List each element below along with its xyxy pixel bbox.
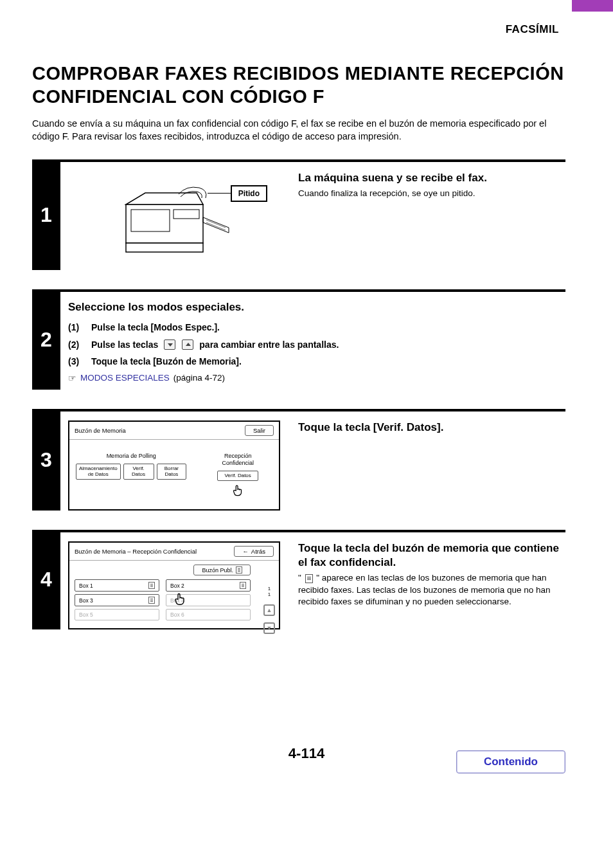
step-border <box>60 409 68 511</box>
back-label: Atrás <box>251 548 265 555</box>
screen-exit-button[interactable]: Salir <box>245 425 274 436</box>
list-text: Pulse la tecla [Modos Espec.]. <box>91 319 220 336</box>
step-border <box>60 289 68 390</box>
printer-illustration: Pitido <box>68 167 274 270</box>
step2-title: Seleccione los modos especiales. <box>68 301 565 314</box>
arrow-left-icon: ← <box>242 548 249 555</box>
step-number: 3 <box>32 409 60 511</box>
screen-button[interactable]: Borrar Datos <box>157 464 187 480</box>
document-icon <box>148 582 155 589</box>
hand-pointer-icon <box>231 484 245 498</box>
screen-mockup-4: Buzón de Memoria – Recepción Confidencia… <box>68 541 280 629</box>
step-1: 1 Pitido <box>32 159 565 270</box>
screen-title-text: Buzón de Memoria – Recepción Confidencia… <box>75 548 197 555</box>
screen-back-button[interactable]: ← Atrás <box>234 546 274 557</box>
memory-box-button-disabled: Box 5 <box>75 609 159 620</box>
cross-ref-suffix: (página 4-72) <box>173 373 225 383</box>
up-key-icon <box>182 339 193 350</box>
page-content: COMPROBAR FAXES RECIBIDOS MEDIANTE RECEP… <box>0 36 613 629</box>
list-num: (1) <box>68 319 86 336</box>
panel-label: Recepción Confidencial <box>222 453 254 467</box>
step-number: 1 <box>32 159 60 270</box>
step-border <box>60 530 68 629</box>
document-icon <box>236 566 242 574</box>
screen-title-text: Buzón de Memoria <box>75 427 126 434</box>
page-nav: 1 1 ▲ ▼ <box>263 586 275 634</box>
pointer-icon: ☞ <box>68 373 76 383</box>
box-label: Box 6 <box>170 611 184 618</box>
svg-rect-7 <box>126 243 203 252</box>
list-num: (2) <box>68 336 86 354</box>
document-icon <box>148 597 155 604</box>
link-row: ☞ MODOS ESPECIALES (página 4-72) <box>68 373 565 383</box>
desc-a: " <box>298 573 304 583</box>
publ-label: Buzón Publ. <box>202 567 233 574</box>
sound-callout: Pitido <box>231 185 267 202</box>
svg-rect-2 <box>173 210 199 219</box>
box-label: Box 2 <box>170 583 184 589</box>
toc-button[interactable]: Contenido <box>456 750 565 773</box>
document-icon <box>240 582 246 589</box>
header-accent <box>572 0 613 12</box>
memory-box-button[interactable]: Box 1 <box>75 579 159 592</box>
step1-title: La máquina suena y se recibe el fax. <box>298 171 565 185</box>
step2-list: (1) Pulse la tecla [Modos Espec.]. (2) P… <box>68 319 565 370</box>
list-text: Pulse las teclas <box>91 336 158 354</box>
svg-marker-4 <box>203 217 229 233</box>
step-4: 4 Buzón de Memoria – Recepción Confidenc… <box>32 530 565 629</box>
list-text: Toque la tecla [Buzón de Memoria]. <box>91 353 242 370</box>
step3-title: Toque la tecla [Verif. Datos]. <box>298 420 565 435</box>
step-number: 2 <box>32 289 60 390</box>
screen-button[interactable]: Verif. Datos <box>123 464 154 480</box>
page-footer: 4-114 Contenido <box>0 745 613 788</box>
page-total: 1 <box>268 592 271 598</box>
box-label: Box 5 <box>79 611 93 618</box>
down-key-icon <box>164 339 175 350</box>
verify-data-button[interactable]: Verif. Datos <box>217 471 258 482</box>
section-label: FACSÍMIL <box>0 12 613 36</box>
cross-ref-link[interactable]: MODOS ESPECIALES <box>80 373 170 383</box>
intro-text: Cuando se envía a su máquina un fax conf… <box>32 118 565 143</box>
screen-button[interactable]: Almacenamiento de Datos <box>76 464 121 480</box>
step4-desc: " " aparece en las teclas de los buzones… <box>298 572 565 608</box>
step-2: 2 Seleccione los modos especiales. (1) P… <box>32 289 565 390</box>
step-number: 4 <box>32 530 60 629</box>
memory-box-button[interactable]: Box 2 <box>166 579 251 592</box>
document-icon <box>305 574 313 583</box>
list-num: (3) <box>68 353 86 370</box>
step-border <box>60 159 68 270</box>
memory-box-button-disabled: Box 6 <box>166 609 251 620</box>
svg-rect-1 <box>131 210 170 231</box>
box-label: Box 3 <box>79 597 93 604</box>
memory-box-button[interactable]: Box 3 <box>75 594 159 606</box>
printer-icon <box>107 179 235 259</box>
panel-label: Memoria de Polling <box>107 453 156 460</box>
box-label: Box 1 <box>79 583 93 589</box>
step1-desc: Cuando finaliza la recepción, se oye un … <box>298 188 565 199</box>
screen-mockup-3: Buzón de Memoria Salir Memoria de Pollin… <box>68 420 280 511</box>
list-text: para cambiar entre las pantallas. <box>199 336 339 354</box>
public-box-button[interactable]: Buzón Publ. <box>193 565 251 575</box>
svg-marker-3 <box>126 193 203 204</box>
scroll-down-button[interactable]: ▼ <box>263 622 275 634</box>
desc-b: " aparece en las teclas de los buzones d… <box>298 573 551 606</box>
page-title: COMPROBAR FAXES RECIBIDOS MEDIANTE RECEP… <box>32 62 565 109</box>
step4-title: Toque la tecla del buzón de memoria que … <box>298 541 565 570</box>
hand-pointer-icon <box>172 592 188 607</box>
scroll-up-button[interactable]: ▲ <box>263 604 275 616</box>
step-3: 3 Buzón de Memoria Salir Memoria de Poll… <box>32 409 565 511</box>
